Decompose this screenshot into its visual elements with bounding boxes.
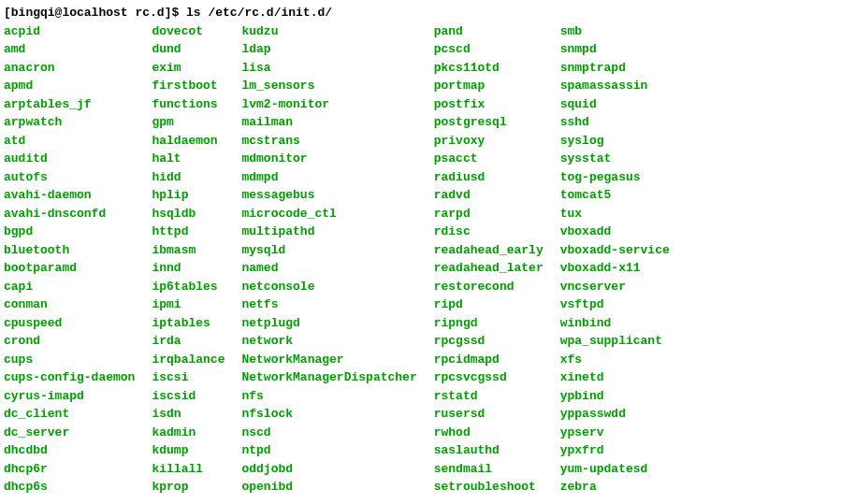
file-entry: pkcs11otd <box>434 59 543 78</box>
listing-column: dovecotdundeximfirstbootfunctionsgpmhald… <box>152 22 225 497</box>
file-entry: wpa_supplicant <box>560 332 670 351</box>
file-entry: haldaemon <box>152 132 225 151</box>
file-entry: kdump <box>152 441 225 460</box>
file-entry: bootparamd <box>4 259 135 278</box>
file-entry: yppasswdd <box>560 405 670 424</box>
file-entry: amd <box>4 40 135 59</box>
file-entry: vncserver <box>560 278 670 296</box>
file-entry: ntpd <box>241 441 416 460</box>
file-entry: arptables_jf <box>4 95 135 114</box>
file-entry: vboxadd-service <box>560 241 670 260</box>
file-entry: nfslock <box>241 405 416 424</box>
file-entry: ripd <box>434 295 543 314</box>
file-entry: restorecond <box>434 278 543 296</box>
file-entry: tomcat5 <box>560 186 670 205</box>
file-entry: rarpd <box>434 205 543 223</box>
file-entry: rstatd <box>434 387 543 406</box>
file-entry: kadmin <box>152 424 225 442</box>
file-entry: ripngd <box>434 314 543 333</box>
file-entry: syslog <box>560 132 670 151</box>
file-entry: iptables <box>152 314 225 333</box>
file-entry: readahead_early <box>434 241 543 260</box>
file-entry: nscd <box>241 424 416 442</box>
file-entry: multipathd <box>241 223 416 241</box>
file-entry: cyrus-imapd <box>4 387 135 406</box>
file-entry: ypbind <box>560 387 670 406</box>
file-entry: killall <box>152 460 225 479</box>
file-entry: rusersd <box>434 405 543 424</box>
file-listing: acpidamdanacronapmdarptables_jfarpwatcha… <box>4 22 851 497</box>
file-entry: iscsid <box>152 387 225 406</box>
file-entry: saslauthd <box>434 441 543 460</box>
file-entry: readahead_later <box>434 259 543 278</box>
file-entry: dhcp6r <box>4 460 135 479</box>
file-entry: radiusd <box>434 168 543 187</box>
file-entry: mdmpd <box>241 168 416 187</box>
file-entry: pand <box>434 22 543 41</box>
file-entry: mysqld <box>241 241 416 260</box>
file-entry: rpcsvcgssd <box>434 368 543 387</box>
file-entry: setroubleshoot <box>434 478 543 497</box>
file-entry: irqbalance <box>152 351 225 369</box>
file-entry: functions <box>152 95 225 114</box>
file-entry: isdn <box>152 405 225 424</box>
file-entry: dund <box>152 40 225 59</box>
file-entry: ipmi <box>152 295 225 314</box>
file-entry: rwhod <box>434 424 543 442</box>
file-entry: spamassassin <box>560 77 670 95</box>
file-entry: openibd <box>241 478 416 497</box>
file-entry: postgresql <box>434 113 543 132</box>
file-entry: httpd <box>152 223 225 241</box>
file-entry: anacron <box>4 59 135 78</box>
file-entry: avahi-daemon <box>4 186 135 205</box>
file-entry: kudzu <box>241 22 416 41</box>
file-entry: vboxadd <box>560 223 670 241</box>
file-entry: ypserv <box>560 424 670 442</box>
file-entry: dhcdbd <box>4 441 135 460</box>
file-entry: innd <box>152 259 225 278</box>
file-entry: sendmail <box>434 460 543 479</box>
file-entry: rdisc <box>434 223 543 241</box>
file-entry: named <box>241 259 416 278</box>
file-entry: mdmonitor <box>241 150 416 168</box>
terminal-prompt: [bingqi@localhost rc.d]$ ls /etc/rc.d/in… <box>4 4 851 22</box>
file-entry: ldap <box>241 40 416 59</box>
file-entry: capi <box>4 278 135 296</box>
file-entry: dhcp6s <box>4 478 135 497</box>
file-entry: hidd <box>152 168 225 187</box>
file-entry: lm_sensors <box>241 77 416 95</box>
file-entry: snmptrapd <box>560 59 670 78</box>
file-entry: cups <box>4 351 135 369</box>
file-entry: bluetooth <box>4 241 135 260</box>
file-entry: avahi-dnsconfd <box>4 205 135 223</box>
file-entry: NetworkManager <box>241 351 416 369</box>
file-entry: crond <box>4 332 135 351</box>
file-entry: vboxadd-x11 <box>560 259 670 278</box>
file-entry: kprop <box>152 478 225 497</box>
listing-column: pandpcscdpkcs11otdportmappostfixpostgres… <box>434 22 543 497</box>
file-entry: yum-updatesd <box>560 460 670 479</box>
file-entry: network <box>241 332 416 351</box>
prompt-prefix: [bingqi@localhost rc.d]$ <box>4 6 186 20</box>
file-entry: winbind <box>560 314 670 333</box>
file-entry: firstboot <box>152 77 225 95</box>
listing-column: kudzuldaplisalm_sensorslvm2-monitormailm… <box>241 22 416 497</box>
file-entry: apmd <box>4 77 135 95</box>
file-entry: privoxy <box>434 132 543 151</box>
file-entry: oddjobd <box>241 460 416 479</box>
file-entry: snmpd <box>560 40 670 59</box>
file-entry: arpwatch <box>4 113 135 132</box>
file-entry: portmap <box>434 77 543 95</box>
file-entry: ibmasm <box>152 241 225 260</box>
file-entry: autofs <box>4 168 135 187</box>
file-entry: xinetd <box>560 368 670 387</box>
file-entry: tog-pegasus <box>560 168 670 187</box>
file-entry: netplugd <box>241 314 416 333</box>
file-entry: sshd <box>560 113 670 132</box>
file-entry: postfix <box>434 95 543 114</box>
file-entry: mcstrans <box>241 132 416 151</box>
file-entry: hplip <box>152 186 225 205</box>
file-entry: lisa <box>241 59 416 78</box>
file-entry: messagebus <box>241 186 416 205</box>
file-entry: halt <box>152 150 225 168</box>
